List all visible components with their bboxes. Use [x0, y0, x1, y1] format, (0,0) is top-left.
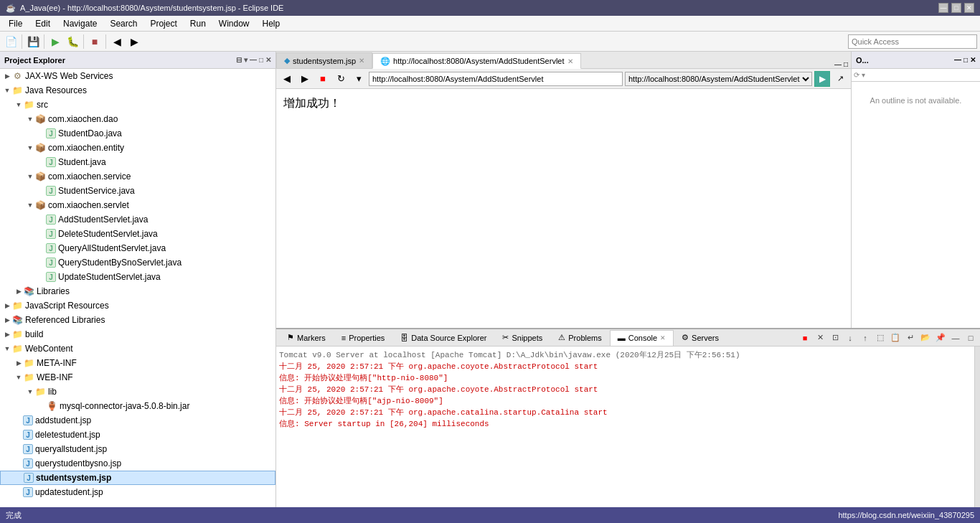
browser-dropdown-btn[interactable]: ▾: [351, 71, 367, 87]
tree-item[interactable]: ▶📚Libraries: [0, 284, 275, 298]
menu-search[interactable]: Search: [104, 17, 143, 30]
tab-browser-close[interactable]: ✕: [567, 57, 573, 65]
tree-item[interactable]: ▼📁WebContent: [0, 341, 275, 356]
browser-go-btn[interactable]: ▶: [814, 71, 830, 87]
menu-navigate[interactable]: Navigate: [57, 17, 103, 30]
back-button[interactable]: ◀: [109, 34, 125, 50]
sidebar-min-btn[interactable]: —: [250, 56, 257, 64]
console-paste-btn[interactable]: 📋: [889, 331, 902, 344]
tree-item[interactable]: ▶📚Referenced Libraries: [0, 313, 275, 327]
tree-item[interactable]: ▶⚙JAX-WS Web Services: [0, 69, 275, 83]
tree-item[interactable]: Jquerystudentbysno.jsp: [0, 456, 275, 471]
title-bar-controls[interactable]: — □ ✕: [938, 3, 974, 13]
tree-item[interactable]: ▼📁src: [0, 98, 275, 112]
tree-item[interactable]: ▼📁lib: [0, 385, 275, 399]
console-scroll-end-btn[interactable]: ↓: [844, 331, 857, 344]
menu-run[interactable]: Run: [184, 17, 212, 30]
sidebar-menu-btn[interactable]: ▾: [244, 56, 248, 64]
tree-item[interactable]: ▼📦com.xiaochen.service: [0, 169, 275, 184]
menu-file[interactable]: File: [3, 17, 28, 30]
tree-item[interactable]: JStudent.java: [0, 155, 275, 169]
sidebar-max-btn[interactable]: □: [259, 56, 263, 64]
maximize-button[interactable]: □: [951, 3, 961, 13]
tree-item[interactable]: Jupdatestudent.jsp: [0, 485, 275, 499]
tree-item[interactable]: Jstudentsystem.jsp: [0, 471, 275, 485]
tree-item[interactable]: Jdeletestudent.jsp: [0, 428, 275, 442]
tree-item[interactable]: JUpdateStudentServlet.java: [0, 270, 275, 284]
tree-item[interactable]: Jaddstudent.jsp: [0, 413, 275, 428]
tab-studentsystem-close[interactable]: ✕: [359, 57, 364, 65]
tree-item[interactable]: Jqueryallstudent.jsp: [0, 442, 275, 456]
tree-item[interactable]: ▼📦com.xiaochen.dao: [0, 112, 275, 126]
editor-min-btn[interactable]: —: [834, 60, 842, 68]
tab-console[interactable]: ▬ Console ✕: [610, 330, 674, 346]
browser-refresh-btn[interactable]: ↻: [333, 71, 349, 87]
tree-item[interactable]: ▶📁JavaScript Resources: [0, 298, 275, 313]
menu-window[interactable]: Window: [213, 17, 255, 30]
tab-properties[interactable]: ≡ Properties: [334, 330, 393, 346]
sidebar-controls[interactable]: ⊟ ▾ — □ ✕: [236, 56, 271, 64]
outline-close-btn[interactable]: ✕: [970, 56, 976, 64]
run-button[interactable]: ▶: [47, 34, 63, 50]
tab-browser[interactable]: 🌐 http://localhost:8080/Asystem/AddStude…: [372, 53, 580, 69]
editor-max-btn[interactable]: □: [844, 60, 848, 68]
stop-button[interactable]: ■: [87, 34, 103, 50]
console-scroll-lock-btn[interactable]: ⊡: [829, 331, 842, 344]
toolbar-sep-4: [105, 34, 106, 49]
menu-project[interactable]: Project: [144, 17, 182, 30]
tree-item[interactable]: ▼📦com.xiaochen.servlet: [0, 198, 275, 212]
outline-controls[interactable]: — □ ✕: [954, 56, 976, 64]
minimize-button[interactable]: —: [938, 3, 948, 13]
console-stop-btn[interactable]: ■: [798, 331, 811, 344]
app-icon: ☕: [6, 4, 16, 13]
tree-item[interactable]: 🏺mysql-connector-java-5.0.8-bin.jar: [0, 399, 275, 413]
tree-item[interactable]: ▼📦com.xiaochen.entity: [0, 141, 275, 155]
tree-item[interactable]: JAddStudentServlet.java: [0, 212, 275, 227]
tab-console-close[interactable]: ✕: [660, 334, 666, 341]
menu-edit[interactable]: Edit: [29, 17, 56, 30]
debug-button[interactable]: 🐛: [65, 34, 80, 50]
close-button[interactable]: ✕: [964, 3, 974, 13]
tree-item[interactable]: ▼📁Java Resources: [0, 83, 275, 98]
console-scrollbar[interactable]: [974, 347, 980, 507]
console-pin-btn[interactable]: 📌: [934, 331, 947, 344]
console-scroll-start-btn[interactable]: ↑: [859, 331, 872, 344]
tree-item[interactable]: JQueryAllStudentServlet.java: [0, 241, 275, 255]
quick-access-input[interactable]: [848, 34, 977, 49]
sidebar-collapse-btn[interactable]: ⊟: [236, 56, 242, 64]
browser-stop-btn[interactable]: ■: [315, 71, 331, 87]
console-word-wrap-btn[interactable]: ↵: [904, 331, 917, 344]
menu-help[interactable]: Help: [257, 17, 286, 30]
panel-min-btn[interactable]: —: [949, 331, 962, 344]
tree-item[interactable]: ▼📁WEB-INF: [0, 370, 275, 385]
tree-item[interactable]: ▶📁META-INF: [0, 356, 275, 370]
new-button[interactable]: 📄: [3, 34, 19, 50]
tab-markers[interactable]: ⚑ Markers: [279, 330, 334, 346]
tab-snippets[interactable]: ✂ Snippets: [494, 330, 550, 346]
tree-item[interactable]: JQueryStudentBySnoServlet.java: [0, 255, 275, 270]
panel-max-btn[interactable]: □: [964, 331, 977, 344]
sidebar-close-btn[interactable]: ✕: [265, 56, 271, 64]
save-button[interactable]: 💾: [25, 34, 41, 50]
tab-problems[interactable]: ⚠ Problems: [550, 330, 609, 346]
address-bar[interactable]: [369, 72, 623, 86]
servers-icon: ⚙: [682, 333, 689, 342]
tab-servers[interactable]: ⚙ Servers: [674, 330, 727, 346]
tree-item[interactable]: JStudentService.java: [0, 184, 275, 198]
browser-forward-btn[interactable]: ▶: [297, 71, 313, 87]
tree-item[interactable]: JDeleteStudentServlet.java: [0, 227, 275, 241]
browser-back-btn[interactable]: ◀: [279, 71, 295, 87]
outline-min-btn[interactable]: —: [954, 56, 961, 64]
console-copy-btn[interactable]: ⬚: [874, 331, 887, 344]
toolbar-sep-1: [22, 34, 22, 49]
tab-studentsystem[interactable]: ◆ studentsystem.jsp ✕: [276, 52, 372, 68]
outline-max-btn[interactable]: □: [963, 56, 968, 64]
address-dropdown[interactable]: http://localhost:8080/Asystem/AddStudent…: [625, 72, 812, 86]
console-open-file-btn[interactable]: 📂: [919, 331, 932, 344]
console-clear-btn[interactable]: ✕: [814, 331, 826, 344]
tab-datasource[interactable]: 🗄 Data Source Explorer: [392, 330, 494, 346]
tree-item[interactable]: ▶📁build: [0, 327, 275, 341]
forward-button[interactable]: ▶: [126, 34, 142, 50]
tree-item[interactable]: JStudentDao.java: [0, 126, 275, 141]
browser-external-btn[interactable]: ↗: [832, 71, 848, 87]
